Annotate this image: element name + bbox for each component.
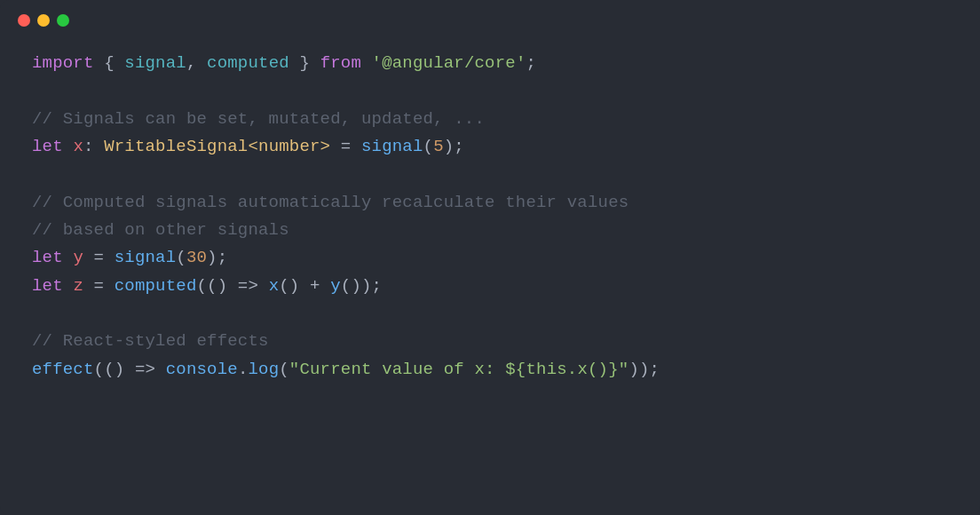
comment-text: // based on other signals xyxy=(32,220,289,240)
code-text: = xyxy=(330,137,361,156)
code-text: { xyxy=(94,53,125,73)
code-text: = xyxy=(83,276,115,296)
code-text xyxy=(63,137,74,156)
keyword-let: let xyxy=(32,276,63,296)
code-text: ); xyxy=(444,137,464,156)
keyword-from: from xyxy=(320,53,361,73)
code-line-5: effect(() => console.log("Current value … xyxy=(32,356,948,384)
string-module: '@angular/core' xyxy=(361,53,526,73)
var-x: x xyxy=(73,137,83,156)
string-log: "Current value of x: ${this.x()}" xyxy=(289,360,629,379)
code-line-2: let x: WritableSignal<number> = signal(5… xyxy=(32,133,948,161)
blank-line xyxy=(32,161,948,188)
semicolon: ; xyxy=(526,53,536,73)
code-text: () + xyxy=(279,276,330,296)
close-button[interactable] xyxy=(18,14,30,27)
maximize-button[interactable] xyxy=(57,14,69,27)
code-text: ( xyxy=(279,360,289,379)
keyword-let: let xyxy=(32,248,63,267)
call-x: x xyxy=(269,276,280,296)
call-y: y xyxy=(330,276,341,296)
blank-line xyxy=(32,77,948,105)
keyword-import: import xyxy=(32,53,94,73)
code-text: } xyxy=(289,53,320,73)
call-console: console xyxy=(166,360,238,379)
var-z: z xyxy=(73,276,83,296)
code-text: (() => xyxy=(197,276,269,296)
comment-text: // React-styled effects xyxy=(32,331,269,351)
comment-line-2a: // Computed signals automatically recalc… xyxy=(32,189,948,217)
code-text: (() => xyxy=(94,360,166,379)
title-bar xyxy=(0,0,980,41)
comment-line-2b: // based on other signals xyxy=(32,217,948,244)
comment-text: // Computed signals automatically recalc… xyxy=(32,193,628,212)
comment-text: // Signals can be set, mutated, updated,… xyxy=(32,109,485,129)
code-text: : xyxy=(83,137,104,156)
call-effect: effect xyxy=(32,360,94,379)
code-text: ( xyxy=(176,248,186,267)
code-text: ); xyxy=(207,248,227,267)
code-text: = xyxy=(83,248,115,267)
number-5: 5 xyxy=(433,137,444,156)
editor-window: import { signal, computed } from '@angul… xyxy=(0,0,980,515)
call-signal: signal xyxy=(115,248,177,267)
type-writable: WritableSignal<number> xyxy=(104,137,330,156)
code-text: ()); xyxy=(341,276,382,296)
keyword-let: let xyxy=(32,137,63,156)
code-line-1: import { signal, computed } from '@angul… xyxy=(32,50,948,77)
identifier-signal: signal xyxy=(124,53,186,73)
call-signal: signal xyxy=(361,137,423,156)
call-computed: computed xyxy=(115,276,197,296)
call-log: log xyxy=(248,360,279,379)
comment-line-3: // React-styled effects xyxy=(32,328,948,355)
identifier-computed: computed xyxy=(207,53,289,73)
code-text: )); xyxy=(628,360,660,379)
number-30: 30 xyxy=(186,248,207,267)
code-text: . xyxy=(238,360,249,379)
comment-line-1: // Signals can be set, mutated, updated,… xyxy=(32,106,948,133)
blank-line xyxy=(32,300,948,328)
code-text xyxy=(63,276,74,296)
code-area: import { signal, computed } from '@angul… xyxy=(0,41,980,392)
code-text: ( xyxy=(423,137,434,156)
var-y: y xyxy=(73,248,83,267)
code-text: , xyxy=(186,53,207,73)
minimize-button[interactable] xyxy=(37,14,50,27)
code-line-4: let z = computed(() => x() + y()); xyxy=(32,273,948,300)
code-line-3: let y = signal(30); xyxy=(32,244,948,272)
code-text xyxy=(63,248,74,267)
